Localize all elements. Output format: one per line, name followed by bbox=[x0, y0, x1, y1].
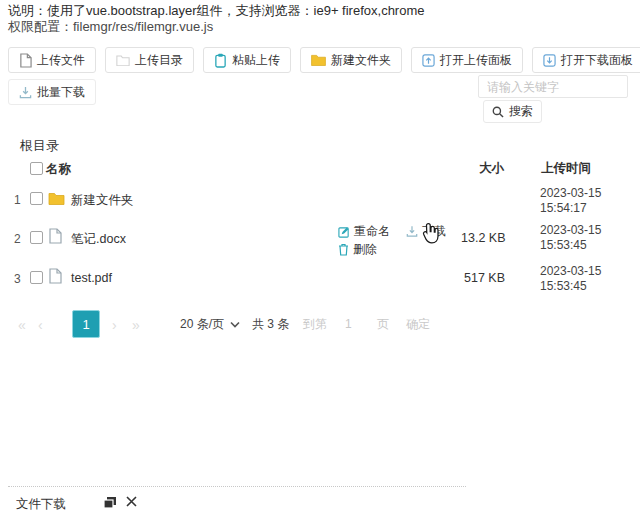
panel-down-icon bbox=[543, 54, 556, 67]
breadcrumb[interactable]: 根目录 bbox=[20, 137, 59, 155]
upload-clock-line: 15:53:45 bbox=[540, 279, 601, 294]
batch-download-label: 批量下载 bbox=[37, 84, 85, 101]
rename-label: 重命名 bbox=[354, 223, 390, 240]
search-button-label: 搜索 bbox=[509, 103, 533, 120]
next-page-button[interactable]: › bbox=[112, 311, 117, 339]
rename-action[interactable]: 重命名 bbox=[338, 223, 390, 240]
page-size-label: 20 条/页 bbox=[180, 310, 224, 338]
file-name[interactable]: 笔记.docx bbox=[71, 231, 126, 248]
upload-clock-line: 15:54:17 bbox=[540, 201, 601, 216]
restore-window-icon[interactable] bbox=[103, 496, 117, 509]
folder-open-icon bbox=[116, 54, 130, 66]
goto-page-input[interactable]: 1 bbox=[345, 310, 352, 338]
row-checkbox[interactable] bbox=[30, 271, 43, 284]
panel-top-border bbox=[8, 486, 466, 487]
upload-date-line: 2023-03-15 bbox=[540, 264, 601, 279]
goto-suffix-label: 页 bbox=[377, 310, 389, 338]
file-manager-page: 说明：使用了vue.bootstrap.layer组件，支持浏览器：ie9+ f… bbox=[0, 0, 640, 522]
upload-file-button[interactable]: 上传文件 bbox=[8, 47, 96, 73]
first-page-button[interactable]: « bbox=[18, 311, 26, 339]
toolbar: 上传文件 上传目录 粘贴上传 新建文件夹 打开上传面板 bbox=[8, 47, 640, 73]
file-name[interactable]: 新建文件夹 bbox=[71, 192, 134, 209]
delete-label: 删除 bbox=[353, 241, 377, 258]
close-icon[interactable] bbox=[125, 495, 138, 508]
search-input[interactable] bbox=[478, 75, 628, 98]
upload-clock-line: 15:53:45 bbox=[540, 238, 601, 253]
row-checkbox[interactable] bbox=[30, 231, 43, 244]
rename-icon bbox=[338, 226, 350, 238]
goto-confirm-button[interactable]: 确定 bbox=[406, 310, 430, 338]
batch-download-button[interactable]: 批量下载 bbox=[8, 79, 96, 105]
search-button[interactable]: 搜索 bbox=[483, 100, 542, 123]
select-all-checkbox[interactable] bbox=[30, 162, 43, 175]
goto-prefix-label: 到第 bbox=[303, 310, 327, 338]
paste-upload-label: 粘贴上传 bbox=[232, 52, 280, 69]
upload-date-line: 2023-03-15 bbox=[540, 186, 601, 201]
upload-date-line: 2023-03-15 bbox=[540, 223, 601, 238]
panel-up-icon bbox=[422, 54, 435, 67]
download-action[interactable]: 下载 bbox=[406, 223, 446, 240]
upload-time: 2023-03-15 15:53:45 bbox=[540, 264, 601, 294]
paste-upload-button[interactable]: 粘贴上传 bbox=[203, 47, 291, 73]
page-size-select[interactable]: 20 条/页 bbox=[180, 310, 240, 338]
clipboard-icon bbox=[214, 53, 227, 68]
open-upload-panel-label: 打开上传面板 bbox=[440, 52, 512, 69]
description-line-2: 权限配置：filemgr/res/filemgr.vue.js bbox=[8, 18, 213, 36]
column-header-time: 上传时间 bbox=[541, 160, 591, 177]
file-size: 13.2 KB bbox=[461, 231, 505, 245]
new-folder-label: 新建文件夹 bbox=[331, 52, 391, 69]
file-size: 517 KB bbox=[464, 271, 505, 285]
column-header-name: 名称 bbox=[46, 161, 71, 178]
row-index: 1 bbox=[14, 193, 21, 207]
download-panel-title: 文件下载 bbox=[16, 496, 66, 513]
delete-action[interactable]: 删除 bbox=[338, 241, 377, 258]
upload-time: 2023-03-15 15:54:17 bbox=[540, 186, 601, 216]
upload-time: 2023-03-15 15:53:45 bbox=[540, 223, 601, 253]
batch-download-icon bbox=[19, 86, 32, 99]
upload-folder-label: 上传目录 bbox=[135, 52, 183, 69]
open-download-panel-button[interactable]: 打开下载面板 bbox=[532, 47, 640, 73]
open-download-panel-label: 打开下载面板 bbox=[561, 52, 633, 69]
row-index: 3 bbox=[14, 272, 21, 286]
folder-icon bbox=[48, 192, 65, 205]
download-icon bbox=[406, 225, 418, 238]
upload-folder-button[interactable]: 上传目录 bbox=[105, 47, 194, 73]
row-index: 2 bbox=[14, 232, 21, 246]
file-icon bbox=[19, 53, 32, 68]
new-folder-icon bbox=[311, 54, 326, 66]
search-icon bbox=[492, 106, 504, 118]
new-folder-button[interactable]: 新建文件夹 bbox=[300, 47, 402, 73]
column-header-size: 大小 bbox=[479, 160, 504, 177]
open-upload-panel-button[interactable]: 打开上传面板 bbox=[411, 47, 523, 73]
prev-page-button[interactable]: ‹ bbox=[38, 311, 43, 339]
download-label: 下载 bbox=[422, 223, 446, 240]
row-checkbox[interactable] bbox=[30, 192, 43, 205]
chevron-down-icon bbox=[230, 321, 240, 328]
upload-file-label: 上传文件 bbox=[37, 52, 85, 69]
file-name[interactable]: test.pdf bbox=[71, 271, 112, 285]
last-page-button[interactable]: » bbox=[132, 311, 140, 339]
trash-icon bbox=[338, 243, 349, 256]
document-icon bbox=[48, 228, 62, 244]
document-icon bbox=[48, 268, 62, 284]
current-page-button[interactable]: 1 bbox=[72, 310, 100, 338]
total-count-label: 共 3 条 bbox=[252, 310, 289, 338]
